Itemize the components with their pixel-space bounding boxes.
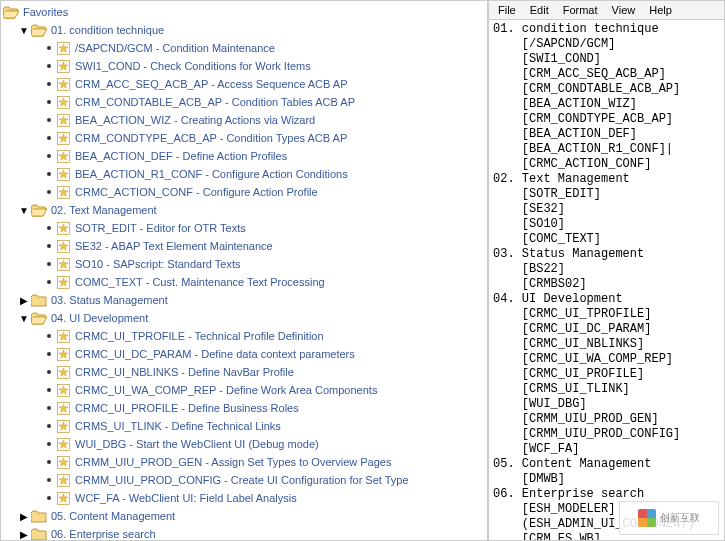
tree-item-label: CRMC_UI_WA_COMP_REP - Define Work Area C… (75, 384, 377, 396)
favorite-star-icon (55, 113, 71, 127)
tree-item[interactable]: CRMM_UIU_PROD_GEN - Assign Set Types to … (1, 453, 487, 471)
menu-help[interactable]: Help (644, 3, 677, 17)
collapse-toggle-icon[interactable]: ▼ (19, 205, 29, 216)
expand-toggle-icon[interactable]: ▶ (19, 511, 29, 522)
tree-item[interactable]: CRMS_UI_TLINK - Define Technical Links (1, 417, 487, 435)
bullet-icon (47, 424, 51, 428)
menu-file[interactable]: File (493, 3, 521, 17)
bullet-icon (47, 190, 51, 194)
folder-open-icon (31, 23, 47, 37)
favorite-star-icon (55, 437, 71, 451)
collapse-toggle-icon[interactable]: ▼ (19, 25, 29, 36)
tree-folder[interactable]: ▼02. Text Management (1, 201, 487, 219)
expand-toggle-icon[interactable]: ▶ (19, 295, 29, 306)
folder-closed-icon (31, 293, 47, 307)
bullet-icon (47, 64, 51, 68)
favorite-star-icon (55, 455, 71, 469)
tree-item[interactable]: BEA_ACTION_WIZ - Creating Actions via Wi… (1, 111, 487, 129)
menu-view[interactable]: View (607, 3, 641, 17)
tree-item-label: CRM_ACC_SEQ_ACB_AP - Access Sequence ACB… (75, 78, 347, 90)
menu-format[interactable]: Format (558, 3, 603, 17)
bullet-icon (47, 280, 51, 284)
favorite-star-icon (55, 275, 71, 289)
favorite-star-icon (55, 221, 71, 235)
collapse-toggle-icon[interactable]: ▼ (19, 313, 29, 324)
tree-item[interactable]: SO10 - SAPscript: Standard Texts (1, 255, 487, 273)
tree-item-label: CRMS_UI_TLINK - Define Technical Links (75, 420, 281, 432)
tree-item[interactable]: CRM_ACC_SEQ_ACB_AP - Access Sequence ACB… (1, 75, 487, 93)
bullet-icon (47, 334, 51, 338)
favorites-tree-pane[interactable]: Favorites ▼01. condition technique/SAPCN… (0, 0, 488, 541)
tree-item-label: BEA_ACTION_R1_CONF - Configure Action Co… (75, 168, 348, 180)
bullet-icon (47, 136, 51, 140)
tree-item-label: SWI1_COND - Check Conditions for Work It… (75, 60, 311, 72)
bullet-icon (47, 352, 51, 356)
tree-item-label: CRMC_UI_NBLINKS - Define NavBar Profile (75, 366, 294, 378)
tree-folder-label: 03. Status Management (51, 294, 168, 306)
expand-toggle-icon[interactable]: ▶ (19, 529, 29, 540)
folder-open-icon (3, 5, 19, 19)
tree-item[interactable]: /SAPCND/GCM - Condition Maintenance (1, 39, 487, 57)
tree-item-label: BEA_ACTION_DEF - Define Action Profiles (75, 150, 287, 162)
tree-item[interactable]: CRMC_UI_DC_PARAM - Define data context p… (1, 345, 487, 363)
menu-edit[interactable]: Edit (525, 3, 554, 17)
favorite-star-icon (55, 95, 71, 109)
text-area[interactable]: 01. condition technique [/SAPCND/GCM] [S… (489, 20, 724, 540)
tree-list: ▼01. condition technique/SAPCND/GCM - Co… (1, 21, 487, 541)
tree-item[interactable]: SOTR_EDIT - Editor for OTR Texts (1, 219, 487, 237)
tree-item[interactable]: CRMC_UI_WA_COMP_REP - Define Work Area C… (1, 381, 487, 399)
bullet-icon (47, 46, 51, 50)
tree-item-label: CRMC_UI_PROFILE - Define Business Roles (75, 402, 299, 414)
tree-folder[interactable]: ▶05. Content Management (1, 507, 487, 525)
tree-item[interactable]: BEA_ACTION_R1_CONF - Configure Action Co… (1, 165, 487, 183)
tree-item[interactable]: SWI1_COND - Check Conditions for Work It… (1, 57, 487, 75)
favorite-star-icon (55, 185, 71, 199)
favorite-star-icon (55, 167, 71, 181)
tree-folder[interactable]: ▼01. condition technique (1, 21, 487, 39)
favorite-star-icon (55, 401, 71, 415)
tree-item[interactable]: CRMC_UI_NBLINKS - Define NavBar Profile (1, 363, 487, 381)
tree-item-label: WCF_FA - WebClient UI: Field Label Analy… (75, 492, 297, 504)
tree-item[interactable]: CRMM_UIU_PROD_CONFIG - Create UI Configu… (1, 471, 487, 489)
tree-item-label: SO10 - SAPscript: Standard Texts (75, 258, 240, 270)
favorite-star-icon (55, 257, 71, 271)
svg-marker-51 (31, 511, 46, 522)
tree-item-label: SOTR_EDIT - Editor for OTR Texts (75, 222, 246, 234)
tree-item[interactable]: CRMC_ACTION_CONF - Configure Action Prof… (1, 183, 487, 201)
tree-item[interactable]: WCF_FA - WebClient UI: Field Label Analy… (1, 489, 487, 507)
tree-item-label: COMC_TEXT - Cust. Maintenance Text Proce… (75, 276, 325, 288)
tree-item-label: CRMM_UIU_PROD_GEN - Assign Set Types to … (75, 456, 391, 468)
bullet-icon (47, 478, 51, 482)
tree-item-label: SE32 - ABAP Text Element Maintenance (75, 240, 273, 252)
favorite-star-icon (55, 329, 71, 343)
favorite-star-icon (55, 419, 71, 433)
tree-item-label: CRMM_UIU_PROD_CONFIG - Create UI Configu… (75, 474, 409, 486)
tree-folder[interactable]: ▶06. Enterprise search (1, 525, 487, 541)
bullet-icon (47, 118, 51, 122)
tree-item-label: CRM_CONDTYPE_ACB_AP - Condition Types AC… (75, 132, 347, 144)
tree-item[interactable]: WUI_DBG - Start the WebClient UI (Debug … (1, 435, 487, 453)
tree-folder-label: 05. Content Management (51, 510, 175, 522)
tree-folder[interactable]: ▶03. Status Management (1, 291, 487, 309)
tree-item[interactable]: CRMC_UI_PROFILE - Define Business Roles (1, 399, 487, 417)
tree-item-label: BEA_ACTION_WIZ - Creating Actions via Wi… (75, 114, 315, 126)
tree-item[interactable]: COMC_TEXT - Cust. Maintenance Text Proce… (1, 273, 487, 291)
bullet-icon (47, 100, 51, 104)
app-root: Favorites ▼01. condition technique/SAPCN… (0, 0, 725, 541)
tree-item-label: /SAPCND/GCM - Condition Maintenance (75, 42, 275, 54)
favorite-star-icon (55, 77, 71, 91)
favorite-star-icon (55, 149, 71, 163)
tree-folder-label: 01. condition technique (51, 24, 164, 36)
favorites-root[interactable]: Favorites (1, 3, 487, 21)
tree-item[interactable]: BEA_ACTION_DEF - Define Action Profiles (1, 147, 487, 165)
tree-item-label: CRM_CONDTABLE_ACB_AP - Condition Tables … (75, 96, 355, 108)
tree-folder-label: 02. Text Management (51, 204, 157, 216)
tree-item[interactable]: SE32 - ABAP Text Element Maintenance (1, 237, 487, 255)
tree-item[interactable]: CRMC_UI_TPROFILE - Technical Profile Def… (1, 327, 487, 345)
tree-item[interactable]: CRM_CONDTABLE_ACB_AP - Condition Tables … (1, 93, 487, 111)
favorite-star-icon (55, 473, 71, 487)
tree-folder[interactable]: ▼04. UI Development (1, 309, 487, 327)
svg-marker-29 (31, 295, 46, 306)
favorite-star-icon (55, 491, 71, 505)
tree-item[interactable]: CRM_CONDTYPE_ACB_AP - Condition Types AC… (1, 129, 487, 147)
